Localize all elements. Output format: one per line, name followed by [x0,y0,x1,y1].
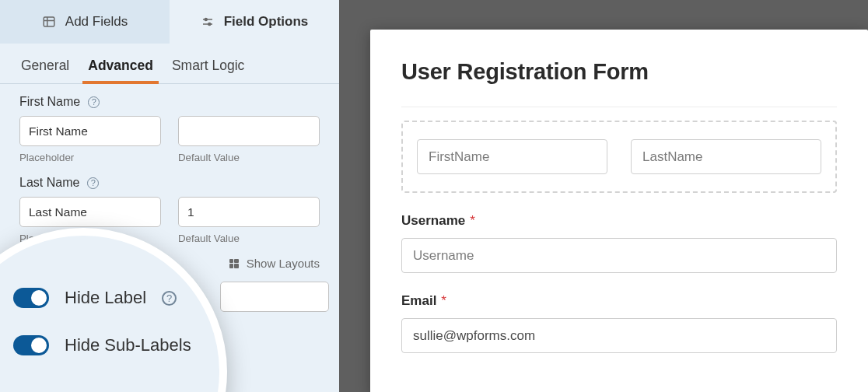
name-field-row[interactable] [401,121,837,193]
form-title: User Registration Form [401,59,837,85]
help-icon[interactable]: ? [88,96,100,108]
default-value-sublabel: Default Value [178,152,320,163]
hide-sublabels-toggle-row: Hide Sub-Labels [13,335,227,355]
firstname-field [417,139,607,174]
show-layouts-link[interactable]: Show Layouts [229,257,320,270]
tab-field-options[interactable]: Field Options [170,0,339,44]
help-icon[interactable]: ? [162,291,177,306]
first-name-default-input[interactable] [178,116,320,146]
show-layouts-label: Show Layouts [247,257,320,270]
add-fields-icon [42,15,56,29]
username-field: Username * [401,213,837,273]
username-input[interactable] [401,238,837,273]
hide-label-text: Hide Label [65,288,146,308]
first-name-label: First Name [19,95,80,109]
top-tabs: Add Fields Field Options [0,0,339,44]
svg-rect-0 [44,17,54,26]
placeholder-sublabel: Placeholder [19,152,161,163]
subtab-smart-logic[interactable]: Smart Logic [170,58,246,83]
layouts-icon [229,259,239,268]
tab-field-options-label: Field Options [224,14,309,30]
hide-label-toggle[interactable] [13,288,49,308]
divider [401,107,837,107]
hide-sublabels-text: Hide Sub-Labels [65,335,191,355]
email-label: Email [401,293,436,309]
form-preview: User Registration Form Username * [370,30,868,392]
help-icon[interactable]: ? [87,177,99,189]
preview-wrap: User Registration Form Username * [339,0,868,392]
extra-input[interactable] [220,282,329,312]
lastname-field [631,139,821,174]
email-field: Email * [401,293,837,353]
subtab-advanced[interactable]: Advanced [86,58,155,83]
lastname-input[interactable] [631,139,821,174]
hide-label-toggle-row: Hide Label ? [13,288,227,308]
email-input[interactable] [401,318,837,353]
firstname-input[interactable] [417,139,607,174]
svg-point-6 [208,23,210,26]
last-name-label-row: Last Name ? [19,176,320,190]
subtab-general[interactable]: General [19,58,71,83]
default-value-sublabel: Default Value [178,233,320,244]
first-name-label-row: First Name ? [19,95,320,109]
first-name-group: First Name ? Placeholder Default Value [0,84,339,165]
first-name-placeholder-input[interactable] [19,116,161,146]
required-marker: * [470,213,475,229]
tab-add-fields[interactable]: Add Fields [0,0,170,44]
username-label: Username [401,213,465,229]
last-name-placeholder-input[interactable] [19,197,161,227]
hide-sublabels-toggle[interactable] [13,335,49,355]
sub-tabs: General Advanced Smart Logic [0,44,339,84]
required-marker: * [441,293,446,309]
tab-add-fields-label: Add Fields [65,14,128,30]
field-options-icon [201,15,215,29]
field-options-sidebar: Add Fields Field Options General Advance… [0,0,339,392]
last-name-default-input[interactable] [178,197,320,227]
svg-point-4 [205,19,207,21]
last-name-label: Last Name [19,176,79,190]
